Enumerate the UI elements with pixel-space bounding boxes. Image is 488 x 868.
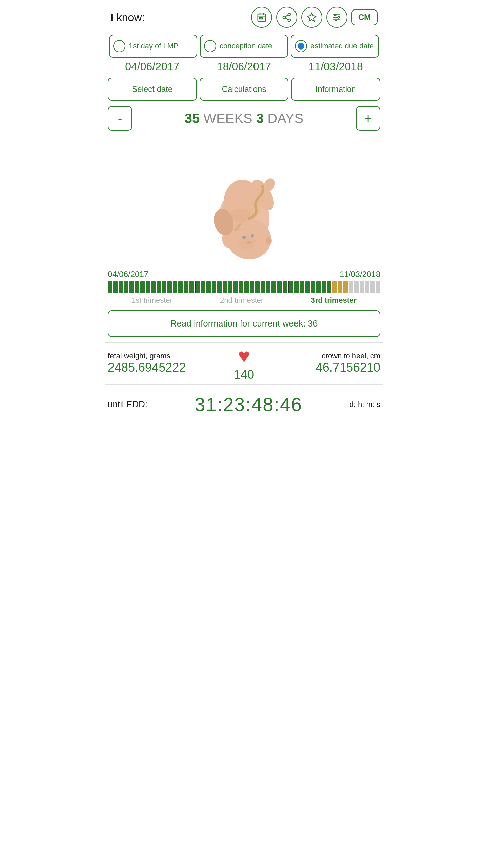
svg-point-8 [288, 19, 290, 22]
fetal-weight-block: fetal weight, grams 2485.6945222 [108, 352, 230, 375]
conception-date-value: 18/06/2017 [200, 60, 289, 73]
calculations-button[interactable]: Calculations [200, 78, 289, 101]
edd-date-value: 11/03/2018 [291, 60, 380, 73]
svg-point-7 [283, 16, 285, 19]
svg-point-31 [266, 237, 271, 244]
svg-point-16 [338, 17, 339, 18]
svg-line-10 [285, 15, 288, 17]
select-date-button[interactable]: Select date [108, 78, 197, 101]
svg-line-9 [285, 18, 288, 20]
i-know-label: I know: [110, 11, 145, 24]
radio-lmp-label: 1st day of LMP [129, 42, 179, 51]
svg-point-17 [335, 19, 337, 21]
lmp-date-cell: 04/06/2017 [108, 60, 197, 73]
radio-conception-label: conception date [220, 42, 272, 51]
lmp-date-value: 04/06/2017 [108, 60, 197, 73]
radio-edd-label: estimated due date [310, 42, 374, 51]
header: I know: [105, 0, 383, 31]
heart-icon: ♥ [234, 344, 254, 368]
edd-countdown-row: until EDD: 31:23:48:46 d: h: m: s [105, 388, 383, 421]
crown-heel-label: crown to heel, cm [258, 352, 380, 360]
fetus-container [105, 131, 383, 270]
svg-point-15 [334, 14, 336, 16]
radio-conception[interactable]: conception date [200, 35, 288, 58]
edd-label: until EDD: [108, 399, 147, 410]
calendar-button[interactable] [251, 7, 272, 28]
divider-2 [105, 384, 383, 385]
fetus-image [197, 137, 291, 263]
svg-marker-11 [307, 13, 316, 21]
fetal-weight-value: 2485.6945222 [108, 360, 230, 375]
share-button[interactable] [276, 7, 297, 28]
settings-button[interactable] [326, 7, 347, 28]
edd-date-cell: 11/03/2018 [291, 60, 380, 73]
star-button[interactable] [301, 7, 322, 28]
radio-circle-edd [295, 40, 307, 52]
svg-point-29 [239, 236, 256, 249]
minus-button[interactable]: - [108, 106, 132, 131]
crown-heel-block: crown to heel, cm 46.7156210 [258, 352, 380, 375]
information-button[interactable]: Information [291, 78, 380, 101]
plus-button[interactable]: + [356, 106, 380, 131]
crown-heel-value: 46.7156210 [258, 360, 380, 375]
action-buttons-row: Select date Calculations Information [108, 78, 380, 101]
read-info-button[interactable]: Read information for current week: 36 [108, 310, 380, 337]
divider-1 [105, 342, 383, 343]
timeline-section: 04/06/2017 11/03/2018 1st trimester 2nd … [108, 270, 380, 305]
svg-point-28 [230, 209, 251, 222]
radio-lmp[interactable]: 1st day of LMP [109, 35, 197, 58]
edd-units: d: h: m: s [350, 400, 380, 409]
conception-date-cell: 18/06/2017 [200, 60, 289, 73]
trimester-1-label: 1st trimester [131, 296, 172, 305]
trimester-3-label: 3rd trimester [311, 296, 357, 305]
stats-row: fetal weight, grams 2485.6945222 ♥ 140 c… [105, 344, 383, 382]
trimester-labels: 1st trimester 2nd trimester 3rd trimeste… [108, 296, 380, 305]
fetal-weight-label: fetal weight, grams [108, 352, 230, 360]
heart-rate-value: 140 [234, 368, 254, 382]
svg-rect-5 [261, 18, 262, 19]
edd-timer: 31:23:48:46 [195, 393, 302, 415]
progress-bar [108, 281, 380, 293]
timeline-end-date: 11/03/2018 [340, 270, 380, 279]
week-display: 35 WEEKS 3 DAYS [185, 111, 304, 126]
dates-row: 04/06/2017 18/06/2017 11/03/2018 [108, 60, 380, 73]
cm-button[interactable]: CM [351, 9, 378, 25]
radio-edd[interactable]: estimated due date [291, 35, 379, 58]
timeline-start-date: 04/06/2017 [108, 270, 148, 279]
week-row: - 35 WEEKS 3 DAYS + [108, 106, 380, 131]
trimester-2-label: 2nd trimester [220, 296, 263, 305]
radio-circle-conception [204, 40, 216, 52]
radio-options-row: 1st day of LMP conception date estimated… [108, 35, 380, 58]
radio-circle-lmp [113, 40, 125, 52]
svg-point-6 [288, 13, 290, 16]
timeline-dates: 04/06/2017 11/03/2018 [108, 270, 380, 279]
